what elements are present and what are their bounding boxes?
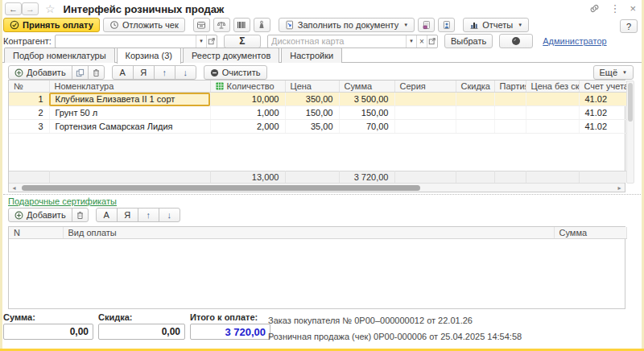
col-price-no-discount[interactable]: Цена без скидки [526,81,579,93]
cell-name[interactable]: Грунт 50 л [49,106,210,120]
move-down-button[interactable]: ↓ [175,65,196,80]
choose-card-button[interactable]: Выбрать [444,34,493,48]
receipt-document-button[interactable] [418,18,435,32]
col-num[interactable]: № [9,81,49,93]
open-button[interactable] [206,35,217,47]
menu-dots-icon[interactable]: ⋮ [609,3,620,14]
cell-price[interactable]: 150,00 [285,106,339,120]
sort-asc-button[interactable]: А [112,65,134,80]
col-series[interactable]: Серия [394,81,456,93]
tab-cart[interactable]: Корзина (3) [117,47,181,64]
col-batch[interactable]: Партия [494,81,526,93]
weight-button[interactable] [254,18,270,32]
tab-nomenclature-selection[interactable]: Подбор номенклатуры [4,47,115,63]
cell-qty[interactable]: 2,000 [210,120,285,134]
hold-receipt-button[interactable]: Отложить чек [103,18,185,32]
tab-settings[interactable]: Настройки [281,47,342,63]
reports-button[interactable]: Отчеты ▼ [463,18,529,32]
cell-series[interactable] [394,120,456,134]
move-up-button[interactable]: ↑ [154,65,175,80]
cell-batch[interactable] [494,106,526,120]
cell-price-no-discount[interactable] [526,93,579,106]
cash-drawer-button[interactable] [193,18,210,32]
accept-payment-button[interactable]: Принять оплату [3,18,100,32]
gift-move-up-button[interactable]: ↑ [138,208,159,222]
discount-card-input[interactable] [268,35,406,47]
col-sum[interactable]: Сумма [554,227,626,239]
cell-num[interactable]: 2 [9,106,49,120]
scroll-left-icon[interactable]: ◂ [9,184,19,192]
sum-input[interactable] [3,324,93,340]
clear-cart-button[interactable]: Очистить [204,65,267,80]
gift-sort-asc-button[interactable]: А [96,208,118,222]
add-row-button[interactable]: Добавить [8,65,72,80]
col-payment-type[interactable]: Вид оплаты [63,227,554,239]
scales-button[interactable] [213,18,230,32]
cell-series[interactable] [394,106,456,120]
favorite-star-icon[interactable]: ☆ [45,2,56,15]
col-name[interactable]: Номенклатура [49,81,210,93]
col-price[interactable]: Цена [285,81,339,93]
copy-row-button[interactable] [72,65,89,80]
scrollbar-thumb[interactable] [628,83,633,122]
cell-batch[interactable] [494,93,526,106]
cell-sum[interactable]: 150,00 [339,106,394,120]
cell-sum[interactable]: 3 500,00 [339,93,394,106]
delete-row-button[interactable] [88,65,105,80]
col-account[interactable]: Счет учета [579,81,626,93]
col-num[interactable]: N [9,227,63,239]
cell-name-active[interactable]: Клубника Елизавета II 1 сорт [49,93,210,106]
fill-by-document-button[interactable]: Заполнить по документу ▼ [279,18,415,32]
cell-batch[interactable] [494,120,526,134]
tab-document-registry[interactable]: Реестр документов [183,47,279,63]
more-button[interactable]: Ещё ▼ [593,65,634,80]
cell-discount[interactable] [456,106,494,120]
sort-desc-button[interactable]: Я [133,65,155,80]
barcode-button[interactable] [233,18,250,32]
vertical-scrollbar[interactable] [626,81,634,184]
gift-add-button[interactable]: Добавить [8,208,72,222]
gift-certificates-link[interactable]: Подарочные сертификаты [8,196,117,206]
cell-price-no-discount[interactable] [526,120,579,134]
cell-account[interactable]: 41.02 [579,120,626,134]
col-sum[interactable]: Сумма [339,81,394,93]
table-row[interactable]: 3 Гортензия Самарская Лидия 2,000 35,00 … [9,120,626,134]
cell-sum[interactable]: 70,00 [339,120,394,134]
cell-account[interactable]: 41.02 [579,106,626,120]
cell-series[interactable] [394,93,456,106]
cell-price[interactable]: 350,00 [285,93,339,106]
scroll-right-icon[interactable]: ▸ [614,184,625,192]
col-discount[interactable]: Скидка [456,81,494,93]
cell-price[interactable]: 35,00 [285,120,339,134]
link-icon[interactable] [589,3,600,14]
cell-discount[interactable] [456,93,494,106]
cell-price-no-discount[interactable] [526,106,579,120]
current-user-link[interactable]: Администратор [543,36,606,46]
discount-input[interactable] [98,324,185,340]
cell-name[interactable]: Гортензия Самарская Лидия [49,120,210,134]
horizontal-scrollbar[interactable]: ◂ ▸ [9,183,625,192]
table-row[interactable]: 2 Грунт 50 л 1,000 150,00 150,00 41.02 [9,106,626,120]
table-row[interactable]: 1 Клубника Елизавета II 1 сорт 10,000 35… [9,93,626,106]
col-qty[interactable]: Количество [210,81,285,93]
gift-delete-button[interactable] [72,208,89,222]
read-card-button[interactable] [499,34,533,48]
close-icon[interactable]: × [630,3,636,14]
nav-forward-button[interactable]: → [22,2,39,15]
nav-back-button[interactable]: ← [5,2,22,15]
open-button[interactable] [427,35,437,47]
clear-button[interactable]: × [416,35,427,47]
cell-num[interactable]: 1 [9,93,49,106]
counterparty-input[interactable] [56,35,196,47]
total-due-input[interactable] [190,324,270,340]
sum-sigma-button[interactable]: Σ [224,35,261,48]
help-button[interactable]: ? [620,19,638,33]
cell-account[interactable]: 41.02 [579,93,626,106]
cell-discount[interactable] [456,120,494,134]
dropdown-button[interactable]: ▼ [406,35,416,47]
dropdown-button[interactable]: ▼ [196,35,206,47]
user-document-button[interactable] [438,18,455,32]
gift-move-down-button[interactable]: ↓ [159,208,180,222]
gift-sort-desc-button[interactable]: Я [117,208,138,222]
scrollbar-thumb[interactable] [22,185,420,191]
